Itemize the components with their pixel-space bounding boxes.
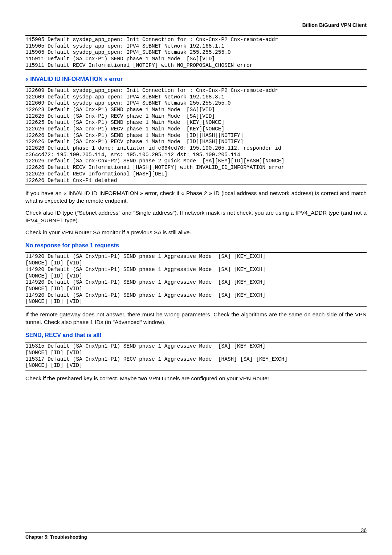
- log-block-2: 122609 Default sysdep_app_open: Init Con…: [25, 86, 367, 185]
- paragraph-invalid-id-2: Check also ID type ("Subnet address" and…: [25, 209, 367, 224]
- heading-send-recv: SEND, RECV and that is all!: [25, 331, 367, 339]
- log-block-4: 115315 Default (SA CnxVpn1-P1) SEND phas…: [25, 342, 367, 370]
- paragraph-invalid-id-1: If you have an « INVALID ID INFORMATION …: [25, 190, 367, 205]
- paragraph-no-response: If the remote gateway does not answer, t…: [25, 311, 367, 326]
- document-header: Billion BiGuard VPN Client: [25, 22, 367, 29]
- heading-invalid-id: « INVALID ID INFORMATION » error: [25, 75, 367, 83]
- footer: Chapter 5: Troubleshooting: [25, 532, 367, 540]
- heading-no-response: No response for phase 1 requests: [25, 242, 367, 250]
- paragraph-invalid-id-3: Check in your VPN Router SA monitor if a…: [25, 229, 367, 236]
- footer-chapter: Chapter 5: Troubleshooting: [25, 534, 87, 540]
- log-block-3: 114920 Default (SA CnxVpn1-P1) SEND phas…: [25, 252, 367, 307]
- log-block-1: 115905 Default sysdep_app_open: Init Con…: [25, 35, 367, 70]
- paragraph-send-recv: Check if the preshared key is correct. M…: [25, 375, 367, 382]
